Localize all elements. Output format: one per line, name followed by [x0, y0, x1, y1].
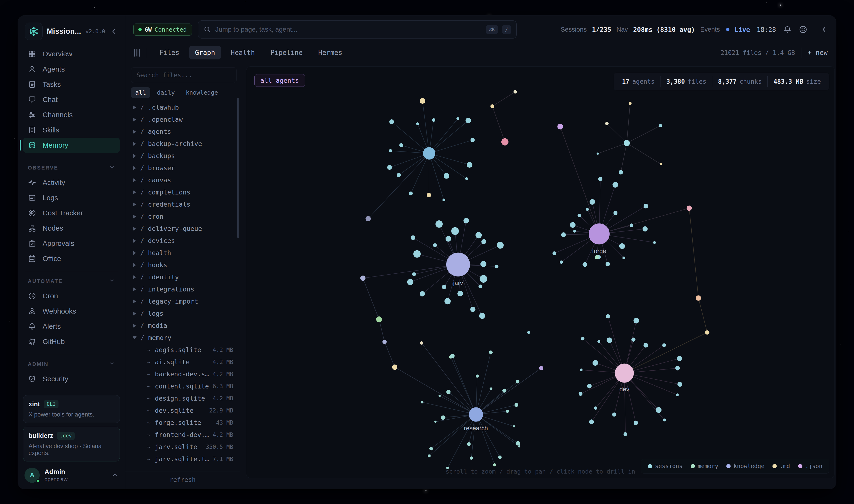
tree-file[interactable]: ~forge.sqlite43 MB [131, 416, 237, 429]
chevron-down-icon[interactable] [109, 164, 115, 172]
sidebar-item-cost-tracker[interactable]: Cost Tracker [23, 205, 120, 221]
sidebar-item-github[interactable]: GitHub [23, 334, 120, 349]
sidebar-section-divider [25, 158, 118, 158]
tree-folder[interactable]: /hooks [131, 259, 237, 271]
folder-name: health [148, 249, 171, 256]
sidebar-item-chat[interactable]: Chat [23, 92, 120, 107]
sidebar-item-skills[interactable]: Skills [23, 122, 120, 138]
sidebar-item-alerts[interactable]: Alerts [23, 319, 120, 334]
tree-folder[interactable]: /.openclaw [131, 113, 237, 126]
tree-folder[interactable]: /legacy-import [131, 295, 237, 307]
sidebar-item-cron[interactable]: Cron [23, 288, 120, 304]
gateway-label: GW [145, 26, 152, 33]
filter-chip-daily[interactable]: daily [153, 87, 179, 98]
chevron-up-icon[interactable] [111, 472, 119, 479]
tree-file[interactable]: ~design.sqlite4.2 MB [131, 392, 237, 404]
tree-folder[interactable]: /delivery-queue [131, 222, 237, 235]
sidebar-item-security[interactable]: Security [23, 371, 120, 386]
sidebar-item-webhooks[interactable]: Webhooks [23, 304, 120, 319]
caret-right-icon [133, 311, 136, 316]
tree-folder[interactable]: /.clawhub [131, 101, 237, 113]
tab-health[interactable]: Health [225, 46, 260, 59]
tree-folder[interactable]: /backups [131, 150, 237, 162]
user-menu[interactable]: A Admin openclaw [23, 468, 120, 483]
filter-chip-all[interactable]: all [131, 87, 150, 98]
shortcut-cmd-k: ⌘K [486, 25, 498, 34]
sidebar-item-office[interactable]: Office [23, 251, 120, 266]
sidebar-item-logs[interactable]: Logs [23, 190, 120, 205]
sidebar-item-label: Tasks [42, 80, 61, 88]
refresh-button[interactable]: refresh [169, 476, 196, 483]
folder-slash: / [140, 225, 144, 232]
global-search[interactable]: ⌘K / [198, 20, 516, 38]
sidebar-collapse-icon[interactable] [110, 27, 118, 35]
legend-dot [773, 464, 777, 468]
shortcut-slash: / [502, 25, 511, 34]
sidebar-item-label: Chat [42, 95, 57, 104]
tab-pipeline[interactable]: Pipeline [265, 46, 308, 59]
panel-collapse-icon[interactable] [820, 25, 828, 34]
coin-icon [28, 209, 36, 217]
sidebar-item-memory[interactable]: Memory [23, 138, 120, 153]
graph-legend: sessionsmemoryknowledge.md.json [641, 459, 829, 473]
file-name: content.sqlite [155, 382, 209, 390]
tree-file[interactable]: ~jarv.sqlite.tmp…7.1 MB [131, 453, 237, 465]
agents-filter-chip[interactable]: all agents [254, 74, 305, 87]
columns-icon[interactable] [134, 49, 140, 57]
view-tabbar: FilesGraphHealthPipelineHermes 21021 fil… [125, 43, 836, 62]
chevron-down-icon[interactable] [109, 277, 115, 285]
sidebar-item-overview[interactable]: Overview [23, 46, 120, 61]
memory-graph-canvas[interactable]: jarvforgedevresearch [246, 67, 835, 478]
caret-right-icon [133, 142, 136, 146]
tree-folder[interactable]: /credentials [131, 198, 237, 211]
promo-card-xint[interactable]: xintCLIX power tools for agents. [23, 395, 120, 423]
filter-chip-knowledge[interactable]: knowledge [181, 87, 222, 98]
feedback-smiley-icon[interactable] [799, 25, 807, 34]
tree-file[interactable]: ~aegis.sqlite4.2 MB [131, 344, 237, 356]
tree-file[interactable]: ~backend-dev.sql…4.2 MB [131, 368, 237, 380]
search-input[interactable] [215, 26, 482, 33]
promo-card-builderz[interactable]: builderz.devAI-native dev shop · Solana … [23, 427, 120, 462]
scrollbar-thumb[interactable] [237, 98, 239, 238]
sidebar-item-tasks[interactable]: Tasks [23, 77, 120, 92]
folder-name: backups [148, 152, 175, 160]
tree-file[interactable]: ~content.sqlite6.3 MB [131, 380, 237, 392]
tab-hermes[interactable]: Hermes [313, 46, 348, 59]
sidebar-item-agents[interactable]: Agents [23, 61, 120, 77]
tab-files[interactable]: Files [153, 46, 185, 59]
tree-folder[interactable]: /logs [131, 307, 237, 320]
tree-folder[interactable]: /integrations [131, 283, 237, 295]
tree-folder[interactable]: /cron [131, 211, 237, 222]
tree-folder[interactable]: /backup-archive [131, 138, 237, 150]
sidebar-item-activity[interactable]: Activity [23, 175, 120, 190]
caret-right-icon [133, 190, 136, 195]
file-search-input[interactable] [131, 67, 237, 83]
tree-folder[interactable]: /health [131, 247, 237, 259]
tree-folder[interactable]: /media [131, 320, 237, 331]
file-marker: ~ [147, 419, 150, 426]
tree-file[interactable]: ~dev.sqlite22.9 MB [131, 404, 237, 416]
tree-folder[interactable]: /agents [131, 126, 237, 138]
tabs: FilesGraphHealthPipelineHermes [153, 46, 348, 59]
svg-text:forge: forge [592, 247, 606, 254]
sidebar-item-nodes[interactable]: Nodes [23, 221, 120, 236]
sidebar-item-approvals[interactable]: Approvals [23, 236, 120, 251]
sidebar-item-channels[interactable]: Channels [23, 107, 120, 122]
tree-folder[interactable]: /canvas [131, 174, 237, 186]
chevron-down-icon[interactable] [109, 360, 115, 368]
caret-right-icon [133, 154, 136, 158]
tab-graph[interactable]: Graph [189, 46, 221, 59]
tree-folder[interactable]: /identity [131, 271, 237, 283]
folder-slash: / [140, 310, 144, 317]
tree-folder[interactable]: /completions [131, 186, 237, 198]
tree-folder[interactable]: /browser [131, 162, 237, 174]
tree-folder[interactable]: /devices [131, 235, 237, 247]
new-button[interactable]: + new [807, 49, 828, 57]
tree-folder-expanded[interactable]: /memory [131, 331, 237, 344]
graph-panel: jarvforgedevresearch all agents 17agents… [246, 66, 835, 478]
folder-slash: / [140, 322, 144, 329]
notifications-bell-icon[interactable] [783, 25, 792, 34]
tree-file[interactable]: ~frontend-dev.sq…4.2 MB [131, 429, 237, 441]
tree-file[interactable]: ~ai.sqlite4.2 MB [131, 356, 237, 368]
tree-file[interactable]: ~jarv.sqlite350.5 MB [131, 441, 237, 453]
